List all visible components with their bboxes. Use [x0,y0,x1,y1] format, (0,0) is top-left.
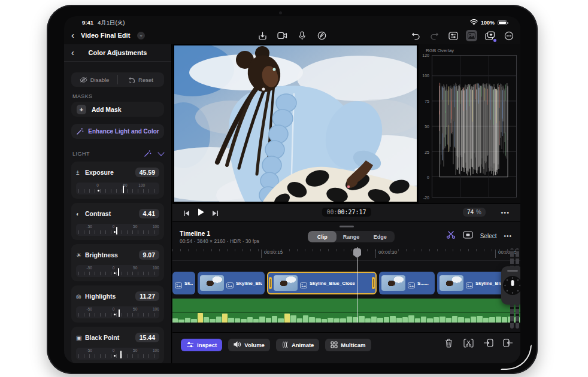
audio-track[interactable] [172,299,520,323]
viewer-zoom-control[interactable]: 74 % [463,208,486,217]
playhead-line[interactable] [357,247,357,323]
slider-value[interactable]: 45.59 [135,168,159,177]
mode-clip[interactable]: Clip [308,231,337,242]
edit-mode-segmented-control: ClipRangeEdge [308,231,395,242]
scope-tick-label: 50 [420,124,429,129]
adjustments-icon[interactable] [447,30,459,41]
jog-dial-panel[interactable] [501,266,520,305]
slider-track[interactable]: -50050100 [76,306,159,318]
trim-handle-right[interactable] [372,277,375,289]
slider-indicator[interactable] [120,351,122,358]
ruler-timecode: 00:00:30 [375,250,397,258]
clip-thumbnail [440,275,463,291]
slider-label: Brightness [85,251,139,259]
date: 4月1日(火) [98,19,125,27]
inspect-button[interactable]: Inspect [181,339,222,351]
blade-split-icon[interactable] [446,230,456,241]
timeline-ruler[interactable]: 00:00:1500:00:3000:00:45 [172,247,520,261]
slider-highlights: ◎Highlights11.27-50050100 [71,285,164,323]
scope-tick-label: 120 [420,53,429,57]
animate-icon [281,341,289,349]
volume-button[interactable]: Volume [228,339,270,351]
timeline-meta: 00:54 · 3840 × 2160 · HDR · 30 fps [180,238,259,244]
split-clip-icon[interactable] [463,338,474,348]
pencil-icon[interactable] [316,30,328,41]
video-viewer[interactable] [172,44,419,203]
timecode-display[interactable]: 00:00:27:17 [322,208,371,217]
slider-zero-dot [114,272,116,274]
media-browser-icon[interactable] [466,30,477,41]
tool-label: Inspect [197,342,217,348]
slider-zero-dot [114,355,116,357]
timeline-header-actions: Select ••• [446,230,512,241]
insert-clip-icon[interactable] [483,338,493,348]
ipad-device-frame: 9:41 4月1日(火) 100% ‹ Video Final Edit ⌄ [47,5,538,374]
timeline-more-icon[interactable]: ••• [504,233,512,239]
slider-indicator[interactable] [116,227,117,235]
select-button[interactable]: Select [480,233,497,239]
undo-icon[interactable] [410,30,422,41]
trash-icon[interactable] [443,338,454,348]
enhance-light-color-button[interactable]: Enhance Light and Color [71,124,164,139]
slider-track[interactable]: -50050100 [76,265,159,277]
battery-icon [498,20,507,25]
slider-label: Highlights [85,293,135,300]
zoom-value: 74 [467,209,474,215]
slider-value[interactable]: 9.07 [139,250,159,260]
slider-contrast: ◐Contrast4.41-50050100 [71,203,164,240]
bezel-reflection [501,345,532,370]
app-screen: 9:41 4月1日(火) 100% ‹ Video Final Edit ⌄ [64,16,520,363]
back-icon[interactable]: ‹ [71,31,74,40]
timeline-overview-icon[interactable] [463,230,473,241]
add-mask-button[interactable]: + Add Mask [71,102,164,117]
video-scopes-panel: RGB Overlay 1201007550250-20 [419,44,520,203]
play-icon[interactable] [196,208,205,219]
disable-button[interactable]: Disable [71,72,117,87]
microphone-icon[interactable] [296,30,308,41]
clip-s-[interactable]: S...... [379,272,435,294]
slider-track[interactable]: 050100 [76,183,159,194]
clip-skyline_blue_close[interactable]: Skyline_Blue_Close [267,272,377,294]
slider-value[interactable]: 4.41 [139,209,159,218]
slider-track[interactable]: -50050100 [76,348,159,360]
timeline-panel: Timeline 1 00:54 · 3840 × 2160 · HDR · 3… [172,222,520,363]
effects-badge [493,39,496,42]
toolbar-center-icons [257,30,328,41]
skip-forward-icon[interactable] [212,208,219,219]
redo-icon [429,30,440,41]
animate-button[interactable]: Animate [276,339,319,351]
ruler-ticks [172,249,520,251]
slider-indicator[interactable] [123,186,124,193]
effects-icon[interactable] [484,30,496,41]
ruler-timecode: 00:00:15 [261,250,283,258]
reset-button[interactable]: Reset [118,72,164,87]
camera-icon[interactable] [277,30,288,41]
slider-indicator[interactable] [118,268,119,276]
skip-back-icon[interactable] [183,208,190,219]
project-title[interactable]: Video Final Edit [81,32,130,39]
panel-back-icon[interactable]: ‹ [71,48,74,57]
timeline-drag-handle[interactable] [340,226,354,227]
clip-skyline_blue_wide[interactable]: Skyline_Blue_Wide [198,272,265,294]
slider-value[interactable]: 11.27 [135,291,159,301]
mode-edge[interactable]: Edge [366,231,395,242]
jog-dial-icon[interactable] [502,275,520,296]
scope-tick-label: 25 [420,150,429,154]
jog-drag-handle[interactable] [507,270,518,272]
light-section-header[interactable]: LIGHT [72,150,163,157]
viewer-more-icon[interactable]: ••• [501,209,510,216]
slider-indicator[interactable] [119,309,120,317]
slider-track[interactable]: -50050100 [76,224,159,236]
more-icon[interactable] [503,30,514,41]
disable-reset-control: Disable Reset [71,72,164,87]
slider-value[interactable]: 15.44 [135,333,159,342]
timeline-toolbar: InspectVolumeAnimateMulticam [172,332,520,363]
clip-sk-[interactable]: Sk...... [172,272,195,294]
light-heading: LIGHT [72,151,144,157]
clip-thumbnail [200,275,224,291]
mode-range[interactable]: Range [337,231,365,242]
export-icon[interactable] [257,30,268,41]
multicam-button[interactable]: Multicam [325,339,371,351]
project-menu-chevron-icon[interactable]: ⌄ [137,32,145,39]
trim-handle-left[interactable] [269,277,272,289]
